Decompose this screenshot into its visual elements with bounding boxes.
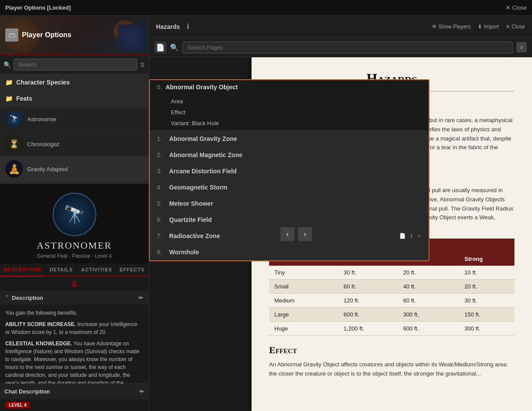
dropdown-item-1[interactable]: 1. Abnormal Gravity Zone — [150, 131, 429, 147]
item-0-label: Abnormal Gravity Object — [166, 84, 238, 91]
row-2-strong: 30 ft. — [459, 293, 514, 307]
main-layout: 🗃 Player Options 🔍 ⇅ 📁 Character Species… — [0, 16, 532, 411]
prev-button[interactable]: ‹ — [280, 227, 294, 241]
item-0-num: 0. — [157, 84, 162, 91]
item-2-num: 2. — [157, 151, 164, 158]
import-label: Import — [484, 24, 499, 30]
close-label: ✕ Close — [506, 24, 525, 30]
astronomer-image-area: 🔭 Astronomer General Feat · Passive · Le… — [0, 184, 149, 263]
sidebar-item-chronologist[interactable]: ⏳ Chronologist — [0, 132, 149, 157]
dropdown-item-6[interactable]: 6. Quartzite Field — [150, 212, 429, 228]
window-close-button[interactable]: ✕ Close — [506, 4, 527, 11]
dropdown-sub-effect[interactable]: Effect — [164, 107, 429, 118]
description-body: You gain the following benefits. ABILITY… — [0, 305, 149, 383]
item-1-label: Abnormal Gravity Zone — [169, 135, 237, 142]
chat-description-bar[interactable]: Chat Description ✏ — [0, 383, 149, 399]
level-badge: LEVEL 4 — [5, 402, 30, 408]
window-title: Player Options [Locked] — [5, 4, 506, 11]
sidebar: 🗃 Player Options 🔍 ⇅ 📁 Character Species… — [0, 16, 149, 411]
row-4-weak: 1,200 ft. — [338, 321, 398, 335]
tab-description[interactable]: DESCRIPTION — [0, 263, 45, 277]
chat-edit-icon[interactable]: ✏ — [139, 388, 144, 395]
dropdown-item-4[interactable]: 4. Geomagnetic Storm — [150, 179, 429, 196]
item-5-num: 5. — [157, 200, 164, 207]
document-effect-title: Effect — [269, 344, 514, 356]
sidebar-item-feats[interactable]: 📁 Feats — [0, 91, 149, 107]
astronomer-subtitle: General Feat · Passive · Level 4 — [37, 253, 112, 259]
chronologist-icon: ⏳ — [5, 135, 23, 153]
eye-icon: 👁 — [432, 24, 437, 30]
next-button[interactable]: › — [298, 227, 312, 241]
pages-icon: 📄 — [156, 43, 165, 52]
row-4-medium: 600 ft. — [398, 321, 459, 335]
row-3-size: Large — [269, 307, 338, 321]
download-icon[interactable]: ⬇ — [409, 233, 414, 239]
desc-intro: You gain the following benefits. — [5, 309, 143, 317]
pages-search-input[interactable] — [182, 42, 513, 53]
nav-arrows: ‹ › — [280, 227, 312, 241]
row-1-strong: 20 ft. — [459, 279, 514, 293]
item-8-label: Wormhole — [169, 249, 199, 256]
item-4-num: 4. — [157, 184, 164, 191]
item-8-num: 8. — [157, 249, 164, 256]
row-0-medium: 20 ft. — [398, 266, 459, 280]
sidebar-item-gravity-adapted[interactable]: 🧘 Gravity Adapted — [0, 157, 149, 182]
astronomer-tabs: DESCRIPTION DETAILS ACTIVITIES EFFECTS — [0, 263, 149, 277]
description-title: Description — [12, 295, 43, 301]
description-header: ˅ Description ✏ — [0, 291, 149, 305]
dropdown-sub-items: Area Effect Variant: Black Hole — [150, 94, 429, 130]
table-row: Large 600 ft. 300 ft. 150 ft. — [269, 307, 514, 321]
search-icon: 🔍 — [4, 61, 11, 68]
desc-ability: ABILITY SCORE INCREASE. Increase your In… — [5, 320, 143, 336]
dropdown-item-5[interactable]: 5. Meteor Shower — [150, 196, 429, 212]
sidebar-item-character-species[interactable]: 📁 Character Species — [0, 74, 149, 91]
row-2-size: Medium — [269, 293, 338, 307]
chronologist-label: Chronologist — [27, 141, 59, 148]
trash-icon[interactable]: ✕ — [417, 233, 422, 239]
row-1-size: Small — [269, 279, 338, 293]
close-button[interactable]: ✕ Close — [506, 24, 525, 30]
show-players-button[interactable]: 👁 Show Players — [432, 24, 471, 30]
hazards-info-icon[interactable]: ℹ — [187, 22, 189, 31]
pages-search-row: 📄 🔍 › — [149, 38, 532, 57]
content-main: 0. Abnormal Gravity Object Area Effect V… — [149, 57, 532, 411]
row-3-strong: 150 ft. — [459, 307, 514, 321]
title-bar: Player Options [Locked] ✕ Close — [0, 0, 532, 16]
player-options-banner: 🗃 Player Options — [0, 16, 149, 55]
row-2-weak: 120 ft. — [338, 293, 398, 307]
astronomer-icon: 🔭 — [5, 110, 23, 128]
dropdown-sub-variant[interactable]: Variant: Black Hole — [164, 118, 429, 129]
chat-description-label: Chat Description — [4, 388, 50, 395]
tab-details[interactable]: DETAILS — [45, 263, 78, 276]
content-actions: 👁 Show Players ⬇ Import ✕ Close — [432, 24, 525, 30]
folder-icon: 📁 — [5, 95, 13, 102]
table-row: Huge 1,200 ft. 600 ft. 300 ft. — [269, 321, 514, 335]
ampersand-divider: & — [0, 277, 149, 291]
dropdown-item-3[interactable]: 3. Arcane Distortion Field — [150, 163, 429, 179]
sidebar-item-astronomer[interactable]: 🔭 Astronomer — [0, 107, 149, 132]
pages-next-button[interactable]: › — [516, 42, 527, 53]
item-2-label: Abnormal Magnetic Zone — [169, 151, 242, 158]
row-4-strong: 300 ft. — [459, 321, 514, 335]
edit-icon[interactable]: ✏ — [138, 295, 143, 301]
sidebar-search-input[interactable] — [14, 59, 137, 70]
dropdown-item-8[interactable]: 8. Wormhole — [150, 244, 429, 260]
item-6-label: Quartzite Field — [169, 216, 212, 223]
astronomer-detail-panel: 🔭 Astronomer General Feat · Passive · Le… — [0, 184, 149, 411]
import-button[interactable]: ⬇ Import — [478, 24, 499, 30]
item-7-num: 7. — [157, 232, 164, 239]
dropdown-sub-area[interactable]: Area — [164, 96, 429, 107]
table-row: Small 60 ft. 40 ft. 20 ft. — [269, 279, 514, 293]
row-1-weak: 60 ft. — [338, 279, 398, 293]
sort-icon[interactable]: ⇅ — [140, 61, 145, 68]
tab-effects[interactable]: EFFECTS — [116, 263, 149, 276]
page-icon[interactable]: 📄 — [399, 233, 406, 239]
row-0-strong: 10 ft. — [459, 266, 514, 280]
dropdown-item-2[interactable]: 2. Abnormal Magnetic Zone — [150, 147, 429, 163]
tab-activities[interactable]: ACTIVITIES — [78, 263, 116, 276]
dropdown-item-0[interactable]: 0. Abnormal Gravity Object Area Effect V… — [150, 80, 429, 131]
col-strong: Strong — [459, 252, 514, 266]
hazards-title: Hazards — [156, 23, 180, 30]
pages-icon-box[interactable]: 📄 — [154, 41, 167, 53]
content-panel: Hazards ℹ 👁 Show Players ⬇ Import ✕ Clos… — [149, 16, 532, 411]
